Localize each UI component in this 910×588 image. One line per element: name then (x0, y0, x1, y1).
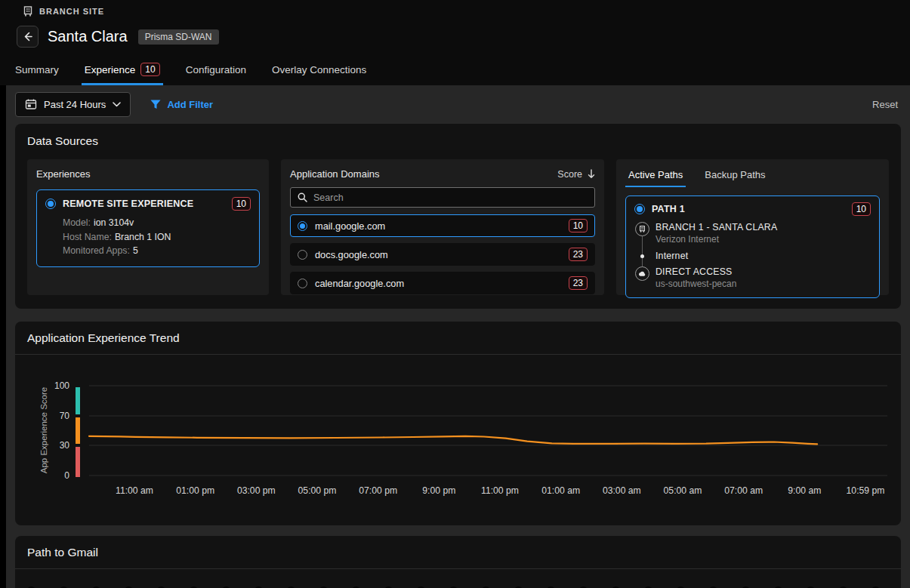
model-row: Model:ion 3104v (63, 216, 251, 230)
svg-text:9:00 am: 9:00 am (788, 485, 821, 496)
radio-unselected-icon[interactable] (298, 279, 307, 288)
network-dot-icon (640, 254, 644, 258)
remote-site-experience-card[interactable]: REMOTE SITE EXPERIENCE 10 Model:ion 3104… (36, 189, 260, 267)
page-title: Santa Clara (48, 28, 128, 45)
hop-direct-access: DIRECT ACCESS us-southwest-pecan (635, 266, 871, 290)
tab-overlay-connections[interactable]: Overlay Connections (272, 63, 366, 85)
domain-search (290, 187, 595, 208)
experience-count-badge: 10 (140, 63, 159, 76)
svg-text:11:00 pm: 11:00 pm (481, 485, 519, 496)
radio-selected-icon[interactable] (45, 199, 56, 209)
host-name-row: Host Name:Branch 1 ION (63, 230, 251, 245)
svg-text:07:00 am: 07:00 am (724, 485, 763, 496)
product-badge: Prisma SD-WAN (138, 29, 219, 45)
tab-configuration[interactable]: Configuration (186, 63, 246, 85)
domain-row-calendar[interactable]: calendar.google.com 23 (290, 272, 595, 294)
path-score-badge: 10 (852, 202, 871, 216)
experience-name: REMOTE SITE EXPERIENCE (63, 199, 193, 209)
app-root: BRANCH SITE Santa Clara Prisma SD-WAN Su… (0, 0, 910, 588)
search-input[interactable] (313, 192, 588, 203)
svg-text:05:00 am: 05:00 am (664, 485, 702, 496)
add-filter-button[interactable]: Add Filter (150, 99, 213, 110)
app-experience-trend-panel: Application Experience Trend 03070100App… (15, 322, 901, 525)
title-row: Santa Clara Prisma SD-WAN (17, 26, 219, 48)
monitored-apps-row: Monitored Apps:5 (63, 244, 251, 258)
path-to-gmail-title: Path to Gmail (15, 536, 901, 568)
time-range-value: Past 24 Hours (44, 99, 106, 110)
svg-text:10:59 pm: 10:59 pm (847, 485, 885, 496)
sort-desc-icon (588, 169, 595, 179)
cloud-icon (635, 266, 649, 281)
experience-score-badge: 10 (232, 197, 251, 211)
svg-text:01:00 pm: 01:00 pm (176, 485, 214, 496)
domain-score-badge: 23 (569, 276, 588, 290)
filter-bar: Past 24 Hours Add Filter Reset (6, 85, 910, 123)
search-icon (298, 192, 307, 202)
trend-chart-svg: 03070100App Experience Score11:00 am01:0… (15, 356, 901, 525)
application-domains-title: Application Domains (290, 168, 380, 180)
tab-backup-paths[interactable]: Backup Paths (705, 169, 765, 187)
tab-summary[interactable]: Summary (15, 63, 59, 85)
divider (15, 568, 901, 569)
content-canvas: Past 24 Hours Add Filter Reset Data Sour… (6, 85, 910, 588)
data-sources-title: Data Sources (27, 134, 889, 148)
application-domains-subpanel: Application Domains Score (281, 159, 604, 295)
paths-subpanel: Active Paths Backup Paths PATH 1 10 (616, 159, 889, 295)
experiences-subpanel: Experiences REMOTE SITE EXPERIENCE 10 Mo… (27, 159, 269, 295)
experiences-title: Experiences (36, 168, 260, 180)
svg-text:100: 100 (54, 380, 69, 391)
radio-selected-icon[interactable] (634, 204, 645, 214)
reset-button[interactable]: Reset (872, 99, 898, 110)
hop-branch-site: BRANCH 1 - SANTA CLARA Verizon Internet (635, 222, 871, 245)
svg-text:05:00 pm: 05:00 pm (298, 485, 337, 496)
sort-by-score[interactable]: Score (557, 169, 595, 180)
svg-text:07:00 pm: 07:00 pm (359, 485, 397, 496)
domain-row-docs[interactable]: docs.google.com 23 (290, 243, 595, 266)
wave-decoration (15, 583, 901, 588)
svg-text:01:00 am: 01:00 am (541, 485, 580, 496)
radio-unselected-icon[interactable] (298, 250, 307, 260)
filter-icon (150, 100, 161, 109)
calendar-icon (25, 98, 37, 110)
tab-experience[interactable]: Experience 10 (85, 63, 160, 85)
svg-text:9:00 pm: 9:00 pm (422, 485, 455, 496)
svg-text:03:00 pm: 03:00 pm (237, 485, 276, 496)
svg-text:03:00 am: 03:00 am (603, 485, 641, 496)
divider (15, 354, 901, 355)
site-type-label: BRANCH SITE (39, 7, 104, 16)
branch-site-icon (635, 222, 649, 236)
trend-title: Application Experience Trend (15, 322, 901, 354)
data-sources-panel: Data Sources Experiences REMOTE SITE EXP… (15, 124, 901, 309)
time-range-dropdown[interactable]: Past 24 Hours (15, 92, 131, 117)
data-sources-columns: Experiences REMOTE SITE EXPERIENCE 10 Mo… (27, 159, 889, 295)
site-type-label-row: BRANCH SITE (23, 6, 104, 17)
building-icon (23, 6, 33, 17)
path-to-gmail-panel: Path to Gmail (15, 536, 901, 588)
svg-text:11:00 am: 11:00 am (116, 485, 153, 496)
svg-text:App Experience Score: App Experience Score (39, 387, 48, 473)
arrow-left-icon (22, 31, 33, 42)
path-name: PATH 1 (652, 204, 685, 214)
domain-score-badge: 10 (569, 219, 588, 232)
chevron-down-icon (113, 102, 121, 107)
main-tabs: Summary Experience 10 Configuration Over… (15, 63, 366, 85)
path-hop-timeline: BRANCH 1 - SANTA CLARA Verizon Internet … (635, 222, 871, 290)
tab-active-paths[interactable]: Active Paths (628, 169, 683, 187)
domain-score-badge: 23 (569, 248, 588, 261)
app-experience-trend-chart: 03070100App Experience Score11:00 am01:0… (15, 356, 901, 525)
domain-row-mail[interactable]: mail.google.com 10 (290, 214, 595, 237)
svg-text:0: 0 (64, 470, 69, 481)
svg-text:70: 70 (60, 411, 70, 421)
site-header: BRANCH SITE Santa Clara Prisma SD-WAN Su… (0, 0, 910, 85)
back-button[interactable] (17, 26, 39, 48)
radio-selected-icon[interactable] (298, 221, 307, 231)
svg-text:30: 30 (60, 440, 70, 451)
path-1-card[interactable]: PATH 1 10 (625, 195, 880, 298)
hop-internet: Internet (635, 251, 871, 261)
